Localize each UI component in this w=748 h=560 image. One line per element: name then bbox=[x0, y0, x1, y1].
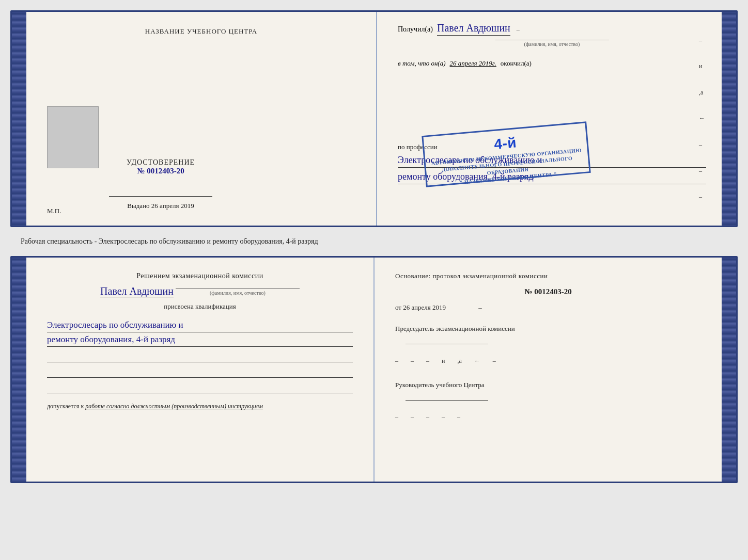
poluchil-label: Получил(a) bbox=[398, 25, 433, 34]
page-wrapper: НАЗВАНИЕ УЧЕБНОГО ЦЕНТРА УДОСТОВЕРЕНИЕ №… bbox=[10, 10, 738, 483]
vtom-label: в том, что он(а) bbox=[398, 59, 446, 68]
professii-block: по профессии Электрослесарь по обслужива… bbox=[398, 143, 706, 184]
ot-line: от 26 апреля 2019 – bbox=[395, 303, 701, 312]
bottom-profession-line1: Электрослесарь по обслуживанию и bbox=[47, 318, 353, 332]
sig-line-1 bbox=[47, 352, 353, 362]
sig-line-2 bbox=[47, 367, 353, 378]
predsedatel-sig-line bbox=[406, 344, 488, 344]
top-left-page: НАЗВАНИЕ УЧЕБНОГО ЦЕНТРА УДОСТОВЕРЕНИЕ №… bbox=[26, 12, 377, 226]
bottom-profession-line2: ремонту оборудования, 4-й разряд bbox=[47, 332, 353, 347]
document-top: НАЗВАНИЕ УЧЕБНОГО ЦЕНТРА УДОСТОВЕРЕНИЕ №… bbox=[10, 10, 738, 227]
rukovoditel-label: Руководитель учебного Центра bbox=[395, 380, 701, 390]
sig-line-3 bbox=[47, 383, 353, 393]
udostoverenie-number: № 0012403-20 bbox=[109, 167, 212, 175]
dopusk-text: работе согласно должностным (производств… bbox=[85, 403, 263, 410]
spine-right bbox=[722, 12, 736, 226]
bottom-right-page: Основание: протокол экзаменационной коми… bbox=[375, 258, 722, 482]
bottom-recipient-name: Павел Авдюшин bbox=[100, 285, 174, 297]
ot-label: от bbox=[395, 303, 401, 311]
spine-left bbox=[12, 12, 26, 226]
rukovoditel-block: Руководитель учебного Центра bbox=[395, 380, 701, 401]
profession-line2-top: ремонту оборудования, 4-й разряд bbox=[398, 170, 706, 184]
rukovoditel-sig-line bbox=[406, 400, 488, 401]
bottom-spine-right bbox=[722, 258, 736, 482]
middle-strip: Рабочая специальность - Электрослесарь п… bbox=[10, 233, 738, 250]
professii-label: по профессии bbox=[398, 143, 438, 151]
bottom-number: № 0012403-20 bbox=[395, 287, 701, 296]
komissia-title: Решением экзаменационной комиссии bbox=[47, 272, 353, 280]
okonchil-label: окончил(а) bbox=[501, 59, 532, 68]
top-right-page: Получил(a) Павел Авдюшин – (фамилия, имя… bbox=[377, 12, 722, 226]
predsedatel-block: Председатель экзаменационной комиссии bbox=[395, 324, 701, 344]
dopuskaetsya-block: допускается к работе согласно должностны… bbox=[47, 403, 353, 410]
predsedatel-label: Председатель экзаменационной комиссии bbox=[395, 324, 701, 333]
right-edge-dashes: – и ,а ← – – – bbox=[699, 12, 705, 226]
udostoverenie-label: УДОСТОВЕРЕНИЕ bbox=[109, 158, 212, 167]
recipient-name: Павел Авдюшин bbox=[437, 22, 510, 36]
document-bottom: Решением экзаменационной комиссии Павел … bbox=[10, 256, 738, 483]
osnovanie-text: Основание: протокол экзаменационной коми… bbox=[395, 272, 701, 280]
ot-date: 26 апреля 2019 bbox=[403, 303, 446, 311]
training-center-title: НАЗВАНИЕ УЧЕБНОГО ЦЕНТРА bbox=[145, 27, 257, 36]
vydano-date: 26 апреля 2019 bbox=[151, 202, 194, 210]
middle-text: Рабочая специальность - Электрослесарь п… bbox=[21, 237, 318, 245]
fio-label-top: (фамилия, имя, отчество) bbox=[495, 40, 609, 47]
bottom-fio-label: (фамилия, имя, отчество) bbox=[176, 289, 300, 296]
bottom-spine-left bbox=[12, 258, 26, 482]
vtom-date: 26 апреля 2019г. bbox=[450, 59, 496, 68]
udostoverenie-block: УДОСТОВЕРЕНИЕ № 0012403-20 bbox=[109, 158, 212, 175]
vydano-label: Выдано bbox=[127, 202, 149, 210]
photo-placeholder bbox=[47, 106, 99, 168]
bottom-left-page: Решением экзаменационной комиссии Павел … bbox=[26, 258, 375, 482]
prisvoena-text: присвоена квалификация bbox=[47, 302, 353, 311]
dopuskaetsya-label: допускается к bbox=[47, 403, 84, 410]
profession-line1-top: Электрослесарь по обслуживанию и bbox=[398, 153, 706, 168]
vydano-block: Выдано 26 апреля 2019 bbox=[109, 202, 212, 210]
mp-label: М.П. bbox=[47, 207, 61, 215]
